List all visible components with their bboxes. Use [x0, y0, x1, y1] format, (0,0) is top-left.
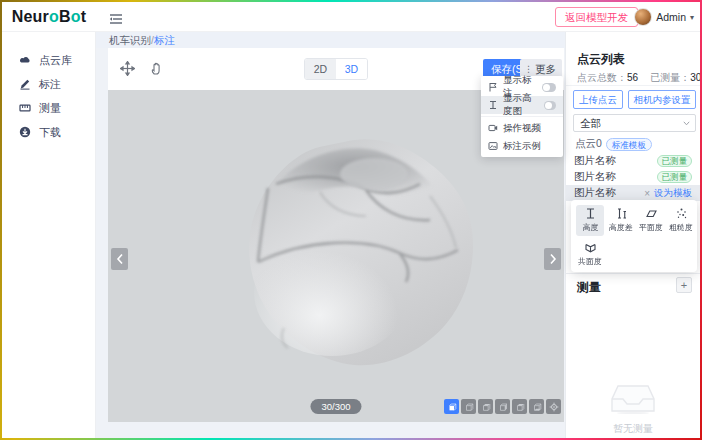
menu-item-annotation-example[interactable]: 标注示例 [481, 137, 563, 155]
hand-tool-icon[interactable] [150, 61, 164, 76]
view-cube-right-button[interactable] [495, 399, 510, 414]
tool-label: 高度 [582, 222, 598, 233]
breadcrumb-current[interactable]: 标注 [154, 34, 175, 46]
crosshair-icon [549, 402, 559, 412]
pointcloud-stats: 点云总数：56已测量：30 [577, 71, 700, 85]
status-badge: 已测量 [657, 171, 693, 183]
view-orientation-buttons [444, 399, 561, 414]
list-item[interactable]: 图片名称 已测量 [566, 153, 700, 169]
cube-icon [481, 402, 491, 412]
total-label: 点云总数： [577, 72, 627, 83]
sidebar-label: 下载 [39, 125, 61, 140]
show-heightmap-toggle[interactable] [544, 101, 556, 110]
breadcrumb-parent: 机车识别 [109, 34, 151, 46]
flatness-icon [645, 207, 658, 220]
image-name: 图片名称 [574, 170, 616, 184]
video-icon [488, 123, 498, 133]
cloud-name: 点云0 [575, 137, 602, 151]
cube-icon [532, 402, 542, 412]
measure-section-title: 测量 [577, 279, 601, 296]
pointcloud-list-panel: 点云列表 点云总数：56已测量：30 上传点云 相机内参设置 全部 点云0 标准… [565, 32, 700, 438]
view-cube-top-button[interactable] [512, 399, 527, 414]
measure-tool-palette: 高度 高度差 平面度 粗糙度 共面度 [571, 200, 697, 272]
username: Admin [656, 11, 686, 23]
tool-label: 共面度 [578, 256, 601, 267]
empty-tray-icon [610, 384, 656, 414]
menu-item-label: 显示高度图 [503, 92, 539, 118]
set-as-template-link[interactable]: 设为模板 [654, 187, 692, 200]
status-badge: 已测量 [657, 155, 693, 167]
cube-icon [498, 402, 508, 412]
view-mode-switch: 2D 3D [304, 58, 368, 80]
chevron-down-icon [683, 121, 690, 126]
top-header: NeuroBot 返回模型开发 Admin ▾ [2, 2, 700, 32]
next-cloud-arrow[interactable] [544, 248, 561, 270]
pen-icon [19, 78, 31, 90]
filter-select[interactable]: 全部 [573, 114, 696, 132]
template-tag: 标准模板 [606, 138, 652, 151]
add-measurement-button[interactable]: + [676, 277, 692, 293]
height-difference-icon [615, 207, 628, 220]
camera-intrinsics-button[interactable]: 相机内参设置 [628, 90, 696, 109]
sidebar-item-annotate[interactable]: 标注 [2, 72, 95, 96]
sidebar-item-measure[interactable]: 测量 [2, 96, 95, 120]
sidebar-label: 标注 [39, 77, 61, 92]
show-annotations-toggle[interactable] [542, 83, 556, 92]
sidebar-label: 点云库 [39, 53, 72, 68]
measured-value: 30 [690, 72, 700, 83]
tool-flatness[interactable]: 平面度 [637, 205, 665, 236]
tool-coplanarity[interactable]: 共面度 [576, 239, 604, 270]
upload-pointcloud-button[interactable]: 上传点云 [573, 90, 623, 109]
list-item-selected[interactable]: 图片名称 × 设为模板 [566, 185, 700, 201]
menu-item-show-heightmap[interactable]: 显示高度图 [481, 96, 563, 114]
total-value: 56 [627, 72, 638, 83]
user-menu[interactable]: Admin ▾ [634, 7, 694, 27]
cube-icon [447, 402, 457, 412]
tool-label: 平面度 [639, 222, 662, 233]
height-icon [584, 207, 597, 220]
flag-icon [488, 82, 498, 92]
view-3d-button[interactable]: 3D [336, 59, 367, 79]
view-cube-left-button[interactable] [478, 399, 493, 414]
image-name: 图片名称 [574, 154, 616, 168]
roughness-icon [675, 207, 688, 220]
tool-height[interactable]: 高度 [576, 205, 604, 236]
menu-item-tutorial-video[interactable]: 操作视频 [481, 119, 563, 137]
text-height-icon [488, 100, 498, 110]
tool-label: 高度差 [609, 222, 632, 233]
measured-label: 已测量： [650, 72, 690, 83]
cloud-icon [19, 54, 31, 66]
view-cube-back-button[interactable] [461, 399, 476, 414]
tool-height-difference[interactable]: 高度差 [607, 205, 635, 236]
view-cube-front-button[interactable] [444, 399, 459, 414]
sidebar-label: 测量 [39, 101, 61, 116]
image-icon [488, 141, 498, 151]
move-tool-icon[interactable] [120, 61, 135, 76]
menu-fold-icon[interactable] [109, 11, 123, 23]
back-to-model-dev-button[interactable]: 返回模型开发 [555, 7, 638, 27]
logo-gear-o2: o [71, 8, 81, 26]
app-logo: NeuroBot [2, 2, 96, 32]
empty-state: 暂无测量 [566, 384, 700, 436]
ruler-icon [19, 102, 31, 114]
current-cloud-row[interactable]: 点云0 标准模板 [575, 137, 652, 151]
list-item[interactable]: 图片名称 已测量 [566, 169, 700, 185]
view-2d-button[interactable]: 2D [305, 59, 336, 79]
coplanarity-icon [584, 241, 597, 254]
tool-roughness[interactable]: 粗糙度 [667, 205, 695, 236]
sidebar-item-pointcloud-library[interactable]: 点云库 [2, 48, 95, 72]
close-icon[interactable]: × [644, 188, 650, 199]
logo-gear-o1: o [49, 8, 59, 26]
reset-view-button[interactable] [546, 399, 561, 414]
panel-divider [566, 273, 700, 274]
logo-text-b: B [59, 8, 71, 26]
panel-title: 点云列表 [577, 51, 625, 68]
prev-cloud-arrow[interactable] [111, 248, 128, 270]
filter-selected-value: 全部 [580, 117, 601, 129]
breadcrumb: 机车识别/标注 [96, 32, 565, 48]
download-icon [19, 126, 31, 138]
view-cube-bottom-button[interactable] [529, 399, 544, 414]
chevron-left-icon [116, 253, 124, 265]
cube-icon [464, 402, 474, 412]
sidebar-item-download[interactable]: 下载 [2, 120, 95, 144]
